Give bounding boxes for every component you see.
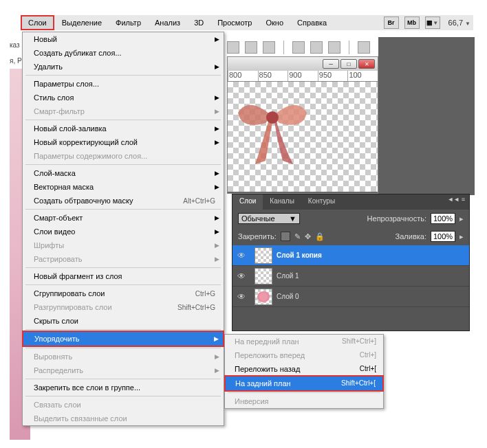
panel-menu-icon[interactable]: ◄◄ ≡ <box>443 194 469 210</box>
layers-panel: Слои Каналы Контуры ◄◄ ≡ Обычные▼ Непроз… <box>232 194 470 331</box>
layers-menu-dropdown: Новый▶Создать дубликат слоя...Удалить▶Па… <box>22 32 224 426</box>
submenu-arrow-icon: ▶ <box>215 256 219 262</box>
fill-label: Заливка: <box>396 232 426 240</box>
layer-thumbnail[interactable] <box>255 289 272 305</box>
menu-item[interactable]: Слои видео▶ <box>23 225 224 238</box>
menu-item[interactable]: Создать дубликат слоя... <box>23 46 224 60</box>
submenu-arrow-icon: ▶ <box>215 108 219 115</box>
menu-item: Смарт-фильтр▶ <box>23 104 224 118</box>
bow-image <box>228 82 317 171</box>
ruler-horizontal: 800850900950100 <box>228 71 378 82</box>
menu-item: Выделить связанные слои <box>23 412 224 425</box>
menu-layers[interactable]: Слои <box>21 15 54 30</box>
lock-transparency-icon[interactable] <box>281 232 290 241</box>
fill-input[interactable]: 100% <box>431 231 455 242</box>
submenu-arrow-icon: ▶ <box>215 367 219 374</box>
visibility-icon[interactable]: 👁 <box>232 292 250 302</box>
menu-item[interactable]: Смарт-объект▶ <box>23 211 224 225</box>
bridge-button[interactable]: Br <box>384 16 399 29</box>
layer-row[interactable]: 👁 Слой 0 <box>232 287 469 307</box>
distribute-icon[interactable] <box>328 41 340 54</box>
menu-analysis[interactable]: Анализ <box>149 16 186 29</box>
canvas[interactable] <box>228 82 378 192</box>
screen-mode-button[interactable]: ▦▼ <box>425 16 440 29</box>
submenu-arrow-icon: ▶ <box>215 139 219 146</box>
brush-icon[interactable]: ✎ <box>294 232 301 241</box>
menu-item[interactable]: Закрепить все слои в группе... <box>23 381 224 394</box>
layer-row[interactable]: 👁 Слой 1 копия <box>232 245 469 266</box>
chevron-right-icon[interactable]: ▸ <box>459 232 464 241</box>
submenu-arrow-icon: ▶ <box>215 228 219 235</box>
arrange-submenu: На передний планShift+Ctrl+]Переложить в… <box>224 334 384 409</box>
submenu-item: Инверсия <box>225 394 383 408</box>
menu-item: Выровнять▶ <box>23 350 224 363</box>
layer-thumbnail[interactable] <box>255 268 272 284</box>
menu-3d[interactable]: 3D <box>188 16 210 29</box>
auto-align-icon[interactable] <box>358 41 370 54</box>
menu-item[interactable]: Векторная маска▶ <box>23 180 224 194</box>
opacity-label: Непрозрачность: <box>367 214 426 223</box>
align-left-icon[interactable] <box>227 41 239 54</box>
tab-channels[interactable]: Каналы <box>263 194 301 210</box>
submenu-arrow-icon: ▶ <box>215 183 219 190</box>
zoom-value[interactable]: 66,7 ▼ <box>446 19 473 27</box>
distribute-h-icon[interactable] <box>292 41 305 54</box>
visibility-icon[interactable]: 👁 <box>232 251 250 260</box>
menu-item: Связать слои <box>23 398 224 412</box>
canvas-window: ─ □ ✕ 800850900950100 <box>227 56 378 194</box>
submenu-arrow-icon: ▶ <box>215 125 219 132</box>
submenu-arrow-icon: ▶ <box>215 63 219 70</box>
menu-item[interactable]: Сгруппировать слоиCtrl+G <box>23 287 224 300</box>
submenu-arrow-icon: ▶ <box>215 242 219 249</box>
submenu-item: Переложить впередCtrl+] <box>225 348 383 362</box>
submenu-arrow-icon: ▶ <box>215 94 219 101</box>
chevron-right-icon[interactable]: ▸ <box>459 214 464 223</box>
menu-item[interactable]: Упорядочить▶ <box>23 332 223 346</box>
tab-layers[interactable]: Слои <box>232 194 263 210</box>
menu-item[interactable]: Новый фрагмент из слоя <box>23 269 224 283</box>
menu-item[interactable]: Параметры слоя... <box>23 77 224 91</box>
submenu-item: На передний планShift+Ctrl+] <box>225 335 383 348</box>
submenu-arrow-icon: ▶ <box>215 36 219 43</box>
blend-mode-select[interactable]: Обычные▼ <box>238 213 300 224</box>
submenu-item[interactable]: На задний планShift+Ctrl+[ <box>226 377 382 390</box>
layer-name[interactable]: Слой 1 <box>277 272 299 280</box>
opacity-input[interactable]: 100% <box>431 213 455 224</box>
submenu-item[interactable]: Переложить назадCtrl+[ <box>225 362 383 376</box>
menu-select[interactable]: Выделение <box>56 16 108 29</box>
layer-row[interactable]: 👁 Слой 1 <box>232 266 469 287</box>
menu-view[interactable]: Просмотр <box>211 16 258 29</box>
menu-help[interactable]: Справка <box>291 16 333 29</box>
menu-item[interactable]: Слой-маска▶ <box>23 166 224 180</box>
menu-item[interactable]: Удалить▶ <box>23 60 224 74</box>
menu-item[interactable]: Создать обтравочную маскуAlt+Ctrl+G <box>23 194 224 208</box>
menu-item: Распределить▶ <box>23 363 224 377</box>
close-button[interactable]: ✕ <box>358 59 375 69</box>
move-icon[interactable]: ✥ <box>305 232 311 241</box>
visibility-icon[interactable]: 👁 <box>232 271 250 281</box>
tab-paths[interactable]: Контуры <box>301 194 342 210</box>
submenu-arrow-icon: ▶ <box>214 335 219 342</box>
align-center-icon[interactable] <box>245 41 257 54</box>
menu-item[interactable]: Новый▶ <box>23 32 224 46</box>
menu-filter[interactable]: Фильтр <box>109 16 147 29</box>
layer-name[interactable]: Слой 0 <box>277 293 299 300</box>
maximize-button[interactable]: □ <box>340 59 357 69</box>
lock-label: Закрепить: <box>238 232 277 240</box>
menu-window[interactable]: Окно <box>259 16 290 29</box>
menu-item[interactable]: Новый корректирующий слой▶ <box>23 135 224 149</box>
menu-item[interactable]: Скрыть слои <box>23 314 224 328</box>
menu-item: Параметры содержимого слоя... <box>23 149 224 163</box>
submenu-arrow-icon: ▶ <box>215 214 219 221</box>
options-bar <box>227 37 370 58</box>
menu-item[interactable]: Стиль слоя▶ <box>23 91 224 104</box>
lock-all-icon[interactable]: 🔒 <box>315 232 325 241</box>
distribute-v-icon[interactable] <box>310 41 323 54</box>
align-right-icon[interactable] <box>263 41 275 54</box>
layer-name[interactable]: Слой 1 копия <box>277 251 322 259</box>
menu-item[interactable]: Новый слой-заливка▶ <box>23 122 224 135</box>
layer-thumbnail[interactable] <box>255 247 272 264</box>
menu-item: Разгруппировать слоиShift+Ctrl+G <box>23 300 224 314</box>
minimize-button[interactable]: ─ <box>323 59 339 69</box>
mb-button[interactable]: Mb <box>404 16 420 29</box>
